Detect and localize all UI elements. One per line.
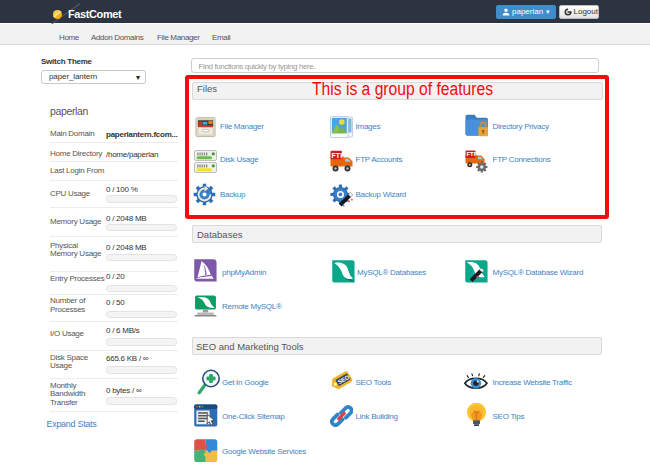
svg-text:FTP: FTP — [332, 151, 346, 158]
svg-text:FTP: FTP — [466, 151, 477, 157]
